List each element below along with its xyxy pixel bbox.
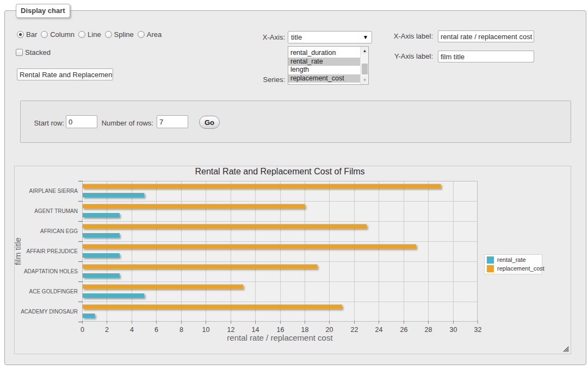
svg-text:32: 32 bbox=[474, 326, 482, 334]
legend-item: replacement_cost bbox=[487, 265, 540, 272]
radio-icon[interactable] bbox=[78, 31, 85, 38]
svg-text:4: 4 bbox=[130, 326, 134, 334]
series-option[interactable]: replacement_cost bbox=[288, 74, 368, 83]
series-listbox[interactable]: rental_durationrental_ratelengthreplacem… bbox=[288, 46, 369, 85]
chart-type-label: Line bbox=[88, 30, 101, 39]
legend-item: rental_rate bbox=[487, 256, 540, 264]
chart-container: 02468101214161820222426283032AIRPLANE SI… bbox=[14, 166, 571, 354]
x-axis-label-label: X-Axis label: bbox=[368, 32, 433, 40]
display-chart-fieldset: Display chart BarColumnLineSplineArea St… bbox=[4, 10, 586, 365]
svg-text:ACE GOLDFINGER: ACE GOLDFINGER bbox=[29, 289, 78, 294]
chart-type-label: Bar bbox=[26, 30, 37, 39]
chart-type-option-spline[interactable]: Spline bbox=[105, 30, 134, 39]
svg-text:AIRPLANE SIERRA: AIRPLANE SIERRA bbox=[29, 188, 78, 194]
x-axis-select[interactable]: title ▼ bbox=[288, 31, 372, 43]
page: Display chart BarColumnLineSplineArea St… bbox=[0, 0, 588, 370]
chart-legend: rental_ratereplacement_cost bbox=[484, 254, 542, 274]
chart-type-label: Column bbox=[50, 30, 75, 39]
number-of-rows-label: Number of rows: bbox=[66, 119, 153, 127]
series-option[interactable]: length bbox=[288, 66, 368, 74]
legend-swatch bbox=[487, 256, 494, 264]
x-axis-select-label: X-Axis: bbox=[220, 33, 285, 41]
svg-text:rental rate / replacement cost: rental rate / replacement cost bbox=[227, 333, 333, 342]
svg-text:ADAPTATION HOLES: ADAPTATION HOLES bbox=[24, 268, 78, 274]
svg-text:2: 2 bbox=[105, 326, 109, 334]
svg-text:8: 8 bbox=[180, 326, 183, 334]
svg-text:30: 30 bbox=[450, 326, 457, 334]
x-axis-label-input[interactable] bbox=[438, 30, 534, 42]
stacked-label: Stacked bbox=[25, 48, 51, 57]
chart-type-option-bar[interactable]: Bar bbox=[17, 30, 37, 39]
legend-label: replacement_cost bbox=[497, 265, 544, 272]
svg-text:14: 14 bbox=[252, 326, 259, 334]
start-row-label: Start row: bbox=[0, 119, 64, 127]
svg-text:AGENT TRUMAN: AGENT TRUMAN bbox=[34, 208, 78, 214]
fieldset-legend: Display chart bbox=[16, 4, 70, 18]
chart-type-label: Area bbox=[147, 30, 162, 39]
radio-icon[interactable] bbox=[41, 31, 48, 38]
chart-type-option-area[interactable]: Area bbox=[138, 30, 162, 39]
svg-text:AFRICAN EGG: AFRICAN EGG bbox=[40, 228, 78, 234]
svg-text:10: 10 bbox=[202, 326, 210, 334]
legend-label: rental_rate bbox=[497, 256, 526, 263]
resize-handle-icon[interactable] bbox=[563, 346, 569, 352]
svg-text:22: 22 bbox=[351, 326, 358, 334]
svg-text:Rental Rate and Replacement Co: Rental Rate and Replacement Cost of Film… bbox=[195, 167, 364, 176]
y-axis-label-input[interactable] bbox=[438, 51, 534, 62]
svg-text:28: 28 bbox=[425, 326, 432, 334]
radio-icon[interactable] bbox=[105, 31, 112, 38]
svg-text:16: 16 bbox=[277, 326, 284, 334]
svg-text:0: 0 bbox=[81, 326, 84, 334]
svg-text:ACADEMY DINOSAUR: ACADEMY DINOSAUR bbox=[21, 309, 78, 315]
svg-text:18: 18 bbox=[301, 326, 309, 334]
number-of-rows-input[interactable] bbox=[157, 115, 188, 128]
chart-type-label: Spline bbox=[114, 30, 134, 39]
x-axis-select-value: title bbox=[291, 33, 302, 41]
chart-type-radios: BarColumnLineSplineArea bbox=[17, 30, 165, 39]
series-option[interactable]: rental_duration bbox=[288, 49, 368, 58]
series-label: Series: bbox=[220, 76, 285, 84]
series-option[interactable]: rental_rate bbox=[288, 58, 368, 66]
series-options: rental_durationrental_ratelengthreplacem… bbox=[288, 49, 368, 83]
scrollbar-thumb[interactable] bbox=[362, 64, 368, 74]
svg-text:26: 26 bbox=[400, 326, 408, 334]
svg-text:film title: film title bbox=[15, 237, 22, 265]
chart-type-option-line[interactable]: Line bbox=[78, 30, 101, 39]
go-button[interactable]: Go bbox=[199, 116, 220, 129]
listbox-scrollbar[interactable]: ▲ ▼ bbox=[360, 47, 368, 84]
row-range-box: Start row: Number of rows: Go bbox=[20, 101, 571, 143]
stacked-checkbox-row[interactable]: Stacked bbox=[16, 48, 51, 57]
stacked-checkbox-icon[interactable] bbox=[16, 49, 23, 56]
svg-text:12: 12 bbox=[227, 326, 235, 334]
svg-text:20: 20 bbox=[326, 326, 333, 334]
scrollbar-down-icon[interactable]: ▼ bbox=[361, 76, 369, 84]
y-axis-label-label: Y-Axis label: bbox=[368, 52, 433, 60]
radio-icon[interactable] bbox=[17, 31, 24, 38]
radio-icon[interactable] bbox=[138, 31, 145, 38]
svg-text:24: 24 bbox=[375, 326, 383, 334]
chart-title-input[interactable] bbox=[17, 68, 113, 80]
svg-text:6: 6 bbox=[154, 326, 158, 334]
svg-text:AFFAIR PREJUDICE: AFFAIR PREJUDICE bbox=[27, 248, 78, 254]
chart-type-option-column[interactable]: Column bbox=[41, 30, 75, 39]
legend-swatch bbox=[487, 265, 494, 272]
